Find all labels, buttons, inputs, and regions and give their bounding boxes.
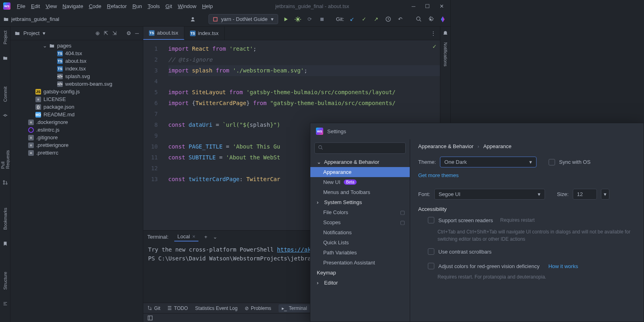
rail-project[interactable]: Project <box>3 31 8 44</box>
menu-help[interactable]: Help <box>202 3 213 9</box>
rail-pr[interactable]: Pull Requests <box>0 144 10 169</box>
search-icon[interactable] <box>414 15 423 24</box>
bookmark-icon[interactable] <box>3 241 8 246</box>
settings-item[interactable]: Menus and Toolbars <box>310 187 410 197</box>
tree-item[interactable]: ⌄pages <box>10 42 143 50</box>
editor-tab[interactable]: TSabout.tsx <box>143 27 184 40</box>
menu-code[interactable]: Code <box>89 3 101 9</box>
rail-structure[interactable]: Structure <box>3 272 8 290</box>
screen-readers-checkbox[interactable] <box>428 217 434 223</box>
menu-edit[interactable]: Edit <box>31 3 40 9</box>
settings-item[interactable]: New UI Beta <box>310 177 410 187</box>
tree-item[interactable]: TSindex.tsx <box>10 65 143 72</box>
tree-item[interactable]: ≡LICENSE <box>10 95 143 103</box>
users-icon[interactable] <box>189 15 198 24</box>
settings-item[interactable]: Scopes▢ <box>310 217 410 227</box>
rail-notifications[interactable]: Notifications <box>443 42 448 66</box>
add-terminal-icon[interactable]: + <box>204 234 207 240</box>
debug-button[interactable] <box>293 15 302 24</box>
tab-more-icon[interactable]: ⋮ <box>427 27 440 40</box>
sb-git[interactable]: Git <box>147 305 160 311</box>
collapse-icon[interactable]: ⇲ <box>112 30 117 36</box>
expand-icon[interactable]: ⇱ <box>104 30 108 36</box>
run-more-icon[interactable]: ⟳ <box>305 15 314 24</box>
folder-rail-icon[interactable] <box>2 56 8 61</box>
run-config-selector[interactable]: yarn - DotNet Guide ▾ <box>208 14 278 24</box>
menu-git[interactable]: Git <box>165 3 172 9</box>
theme-select[interactable]: One Dark ▾ <box>440 157 537 167</box>
menu-run[interactable]: Run <box>132 3 142 9</box>
tree-item[interactable]: ≡.gitignore <box>10 134 143 141</box>
settings-cat-keymap[interactable]: Keymap <box>310 268 410 278</box>
gear-icon[interactable]: ⚙ <box>126 30 131 36</box>
settings-search-input[interactable] <box>314 142 406 154</box>
minimize-icon[interactable]: ─ <box>412 3 415 9</box>
settings-tree[interactable]: ⌄Appearance & BehaviorAppearanceNew UI B… <box>310 157 410 318</box>
chevron-down-icon[interactable]: ▾ <box>43 30 45 36</box>
settings-item[interactable]: Appearance <box>310 167 410 177</box>
tree-item[interactable]: MDREADME.md <box>10 111 143 118</box>
menu-file[interactable]: File <box>17 3 25 9</box>
project-breadcrumb[interactable]: jetbrains_guide_final <box>3 16 59 22</box>
tree-item[interactable]: {}package.json <box>10 103 143 111</box>
menu-navigate[interactable]: Navigate <box>62 3 83 9</box>
tree-item[interactable]: </>splash.svg <box>10 72 143 80</box>
run-button[interactable] <box>281 15 290 24</box>
minimize-panel-icon[interactable]: ─ <box>135 30 139 36</box>
close-tab-icon[interactable]: × <box>192 233 196 239</box>
git-push-icon[interactable]: ↗ <box>372 15 380 24</box>
tree-item[interactable]: ≡.prettierrc <box>10 149 143 157</box>
settings-icon[interactable] <box>426 15 435 24</box>
rollback-icon[interactable]: ↶ <box>396 15 405 24</box>
adjust-colors-checkbox[interactable] <box>428 263 434 269</box>
settings-item[interactable]: Presentation Assistant <box>310 258 410 268</box>
pr-icon[interactable] <box>2 180 8 185</box>
maximize-icon[interactable]: ☐ <box>425 3 430 9</box>
git-pull-icon[interactable]: ↙ <box>347 15 356 24</box>
commit-icon[interactable] <box>2 113 8 118</box>
inspection-ok-icon[interactable]: ✓ <box>432 43 437 50</box>
tree-item[interactable]: </>webstorm-beam.svg <box>10 80 143 88</box>
size-dropdown[interactable]: ▾ <box>601 189 609 200</box>
menu-window[interactable]: Window <box>178 3 196 9</box>
bell-icon[interactable] <box>442 31 448 37</box>
stop-button[interactable] <box>318 15 326 24</box>
menu-view[interactable]: View <box>45 3 57 9</box>
tree-item[interactable]: ≡.prettierignore <box>10 141 143 149</box>
tree-item[interactable]: TSabout.tsx <box>10 57 143 65</box>
tree-item[interactable]: ≡.dockerignore <box>10 118 143 126</box>
settings-item[interactable]: Notifications <box>310 227 410 237</box>
sb-problems[interactable]: ⊘Problems <box>245 305 271 311</box>
size-select[interactable]: 12 <box>573 189 597 200</box>
terminal-tab[interactable]: Local × <box>174 232 199 242</box>
settings-cat-appearance[interactable]: ⌄Appearance & Behavior <box>310 157 410 167</box>
menu-tools[interactable]: Tools <box>148 3 160 9</box>
layout-icon[interactable] <box>147 315 153 321</box>
tree-item[interactable]: TS404.tsx <box>10 50 143 57</box>
project-tree[interactable]: ⌄pagesTS404.tsxTSabout.tsxTSindex.tsx</>… <box>10 40 143 322</box>
rail-commit[interactable]: Commit <box>3 87 8 102</box>
sb-terminal[interactable]: ▸_Terminal <box>279 304 310 312</box>
tree-item[interactable]: JSgatsby-config.js <box>10 88 143 95</box>
sync-os-checkbox[interactable] <box>549 159 555 165</box>
menu-refactor[interactable]: Refactor <box>107 3 127 9</box>
settings-item[interactable]: Quick Lists <box>310 237 410 248</box>
close-icon[interactable]: ✕ <box>440 3 444 9</box>
history-icon[interactable] <box>384 15 392 24</box>
settings-item[interactable]: Path Variables <box>310 248 410 258</box>
editor-tab[interactable]: TSindex.tsx <box>184 27 225 40</box>
sb-stats[interactable]: Statistics Event Log <box>195 305 237 311</box>
get-themes-link[interactable]: Get more themes <box>418 172 458 178</box>
target-icon[interactable]: ⊕ <box>95 30 100 36</box>
structure-icon[interactable] <box>2 301 8 306</box>
how-it-works-link[interactable]: How it works <box>548 263 578 269</box>
settings-cat-editor[interactable]: ›Editor <box>310 278 410 288</box>
sb-todo[interactable]: ☰TODO <box>167 305 188 311</box>
breadcrumb-item[interactable]: Appearance & Behavior <box>418 143 473 149</box>
tree-item[interactable]: .eslintrc.js <box>10 126 143 134</box>
settings-item[interactable]: ›System Settings <box>310 197 410 207</box>
font-select[interactable]: Segoe UI ▾ <box>434 189 545 200</box>
rail-bookmarks[interactable]: Bookmarks <box>3 208 8 230</box>
settings-item[interactable]: File Colors▢ <box>310 207 410 217</box>
ide-services-icon[interactable] <box>438 15 447 24</box>
